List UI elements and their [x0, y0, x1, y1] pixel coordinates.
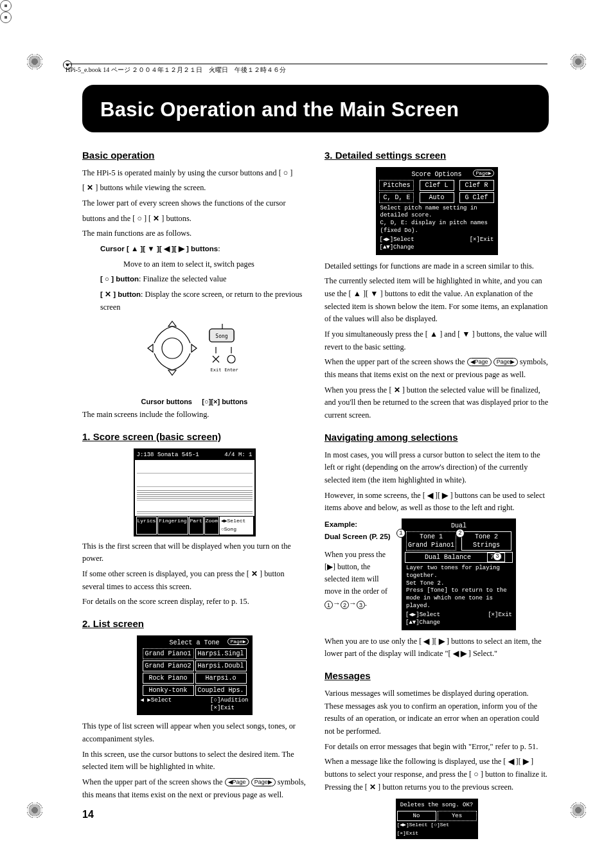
heading-navigating: Navigating among selections: [324, 430, 549, 445]
body-text: The lower part of every screen shows the…: [82, 197, 306, 210]
x-icon: ✕: [105, 290, 111, 298]
dual-screen-figure: Dual Tone 1Grand Piano1 Tone 2Strings Du…: [402, 518, 516, 630]
page-title: Basic Operation and the Main Screen: [82, 85, 549, 132]
circle-icon: ○: [105, 275, 109, 283]
page-pill-icon: Page▶: [251, 778, 276, 786]
page-pill-icon: ◀Page: [467, 358, 492, 366]
svg-marker-3: [191, 344, 197, 352]
down-icon: ▼: [370, 289, 378, 298]
heading-detailed-settings: 3. Detailed settings screen: [324, 148, 549, 163]
body-text: When the upper part of the screen shows …: [324, 356, 549, 381]
body-text: When a message like the following is dis…: [324, 756, 549, 793]
heading-score-screen: 1. Score screen (basic screen): [82, 429, 306, 445]
svg-marker-1: [168, 370, 176, 375]
page-pill-icon: ◀Page: [225, 778, 249, 786]
right-icon: ▶: [442, 491, 448, 500]
detailed-settings-figure: Score OptionsPage▶ Pitches Clef L Clef R…: [376, 167, 498, 255]
svg-text:Exit: Exit: [210, 368, 221, 373]
step-3-icon: 3: [357, 601, 365, 609]
heading-basic-operation: Basic operation: [82, 148, 306, 163]
right-icon: ▶: [461, 649, 466, 658]
right-column: 3. Detailed settings screen Score Option…: [324, 146, 549, 844]
svg-text:Song: Song: [215, 333, 227, 339]
svg-text:Enter: Enter: [224, 368, 238, 373]
body-text: This is the first screen that will be di…: [82, 540, 306, 565]
crop-mark: [569, 53, 587, 71]
running-header-text: HPi-5_e.book 14 ページ ２００４年１２月２１日 火曜日 午後１２…: [66, 66, 286, 73]
body-text: The currently selected item will be high…: [324, 275, 549, 326]
button-def: Cursor [ ▲ ][ ▼ ][ ◀ ][ ▶ ] buttons:: [100, 243, 306, 256]
left-icon: ◀: [453, 649, 459, 658]
body-text: Detailed settings for functions are made…: [324, 260, 549, 273]
body-text: If some other screen is displayed, you c…: [82, 568, 306, 593]
message-figure: Deletes the song. OK? NoYes [◀▶]Select […: [396, 799, 478, 838]
body-text: Various messages will sometimes be displ…: [324, 687, 549, 738]
cursor-diagram: Song Exit Enter: [140, 317, 249, 394]
page-number: 14: [82, 806, 306, 823]
body-text: However, in some screens, the [ ◀ ][ ▶ ]…: [324, 490, 549, 515]
body-text: The main functions are as follows.: [82, 227, 306, 240]
body-text: buttons and the [ ○ ] [ ✕ ] buttons.: [82, 213, 306, 226]
page-pill-icon: Page▶: [493, 358, 518, 366]
right-icon: ▶: [523, 757, 529, 766]
body-text: For details on error messages that begin…: [324, 741, 549, 754]
crop-mark-mid: [0, 0, 12, 12]
x-icon: ✕: [87, 183, 93, 192]
body-text: In most cases, you will press a cursor b…: [324, 449, 549, 487]
button-def-desc: Move to an item to select it, switch pag…: [123, 258, 306, 271]
body-text: When you are to use only the [ ◀ ][ ▶ ] …: [324, 635, 549, 660]
left-icon: ◀: [427, 491, 433, 500]
list-screen-figure: Select a TonePage▶ Grand Piano1Harpsi.Si…: [137, 635, 253, 715]
body-text: When the upper part of the screen shows …: [82, 776, 306, 801]
body-text: [ ✕ ] buttons while viewing the screen.: [82, 182, 306, 195]
step-1-icon: 1: [324, 601, 333, 609]
body-text: If you simultaneously press the [ ▲ ] an…: [324, 328, 549, 353]
up-icon: ▲: [353, 289, 361, 298]
running-header: HPi-5_e.book 14 ページ ２００４年１２月２１日 火曜日 午後１２…: [66, 64, 547, 75]
up-icon: ▲: [430, 330, 438, 339]
left-icon: ◀: [508, 757, 514, 766]
body-text: The HPi-5 is operated mainly by using th…: [82, 167, 306, 180]
step-2-icon: 2: [341, 601, 349, 609]
left-icon: ◀: [423, 637, 429, 646]
x-icon: ✕: [369, 783, 376, 792]
button-def: [ ○ ] button: Finalize the selected valu…: [100, 273, 306, 286]
heading-list-screen: 2. List screen: [82, 616, 306, 632]
svg-marker-2: [148, 344, 153, 352]
crop-mark: [26, 801, 44, 819]
score-screen-figure: J:138 Sonata 545-14/4 M: 1 Lyrics Finger…: [134, 448, 256, 536]
crop-mark-mid: [0, 12, 12, 23]
down-icon: ▼: [462, 330, 470, 339]
svg-point-7: [227, 355, 235, 363]
body-text: In this screen, use the cursor buttons t…: [82, 748, 306, 774]
crop-mark: [26, 53, 44, 71]
x-icon: ✕: [394, 385, 400, 394]
diagram-caption: Cursor buttons [○][×] buttons: [82, 396, 306, 409]
right-icon: ▶: [439, 637, 445, 646]
x-icon: ✕: [153, 214, 159, 223]
x-icon: ✕: [251, 569, 258, 578]
circle-icon: ○: [137, 214, 141, 223]
left-column: Basic operation The HPi-5 is operated ma…: [82, 146, 306, 844]
body-text: When you press the [ ✕ ] button the sele…: [324, 384, 549, 422]
heading-messages: Messages: [324, 668, 549, 684]
example-caption: Example: Dual Screen (P. 25) When you pr…: [324, 518, 395, 612]
circle-icon: ○: [474, 770, 478, 779]
body-text: For details on the score screen display,…: [82, 596, 306, 608]
button-def: [ ✕ ] button: Display the score screen, …: [100, 288, 306, 314]
crop-mark: [569, 801, 587, 819]
body-text: This type of list screen will appear whe…: [82, 720, 306, 745]
body-text: The main screens include the following.: [82, 409, 306, 421]
svg-marker-0: [168, 321, 176, 326]
svg-point-4: [162, 338, 182, 359]
